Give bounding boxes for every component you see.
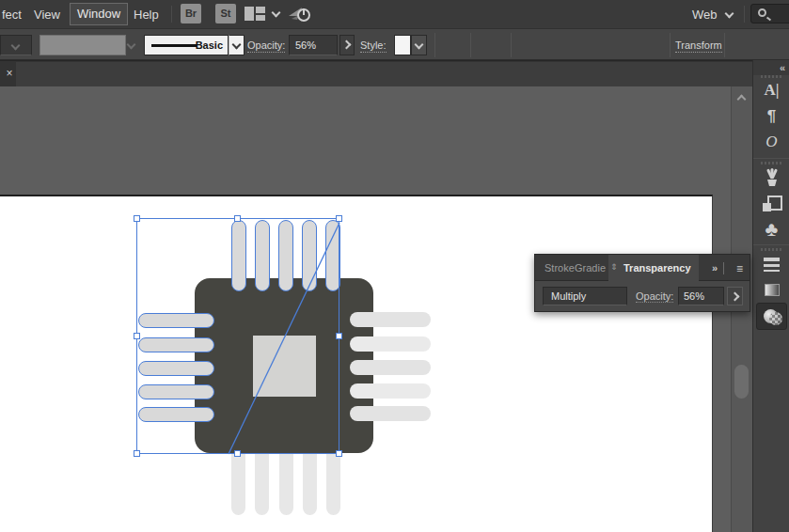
menu-item-view[interactable]: View: [34, 8, 60, 22]
menu-item-help[interactable]: Help: [134, 8, 159, 22]
opacity-link[interactable]: Opacity:: [247, 39, 285, 53]
selection-handle-e[interactable]: [336, 333, 342, 339]
brushes-panel-icon[interactable]: [757, 166, 786, 191]
chip-pin[interactable]: [350, 312, 431, 327]
workspace-chevron-icon[interactable]: [725, 9, 734, 19]
symbols-panel-icon[interactable]: ♣: [757, 218, 786, 243]
opentype-panel-icon[interactable]: O: [757, 133, 786, 157]
selection-handle-nw[interactable]: [134, 215, 140, 222]
gpu-performance-icon[interactable]: [287, 5, 313, 23]
stroke-style-select[interactable]: Basic: [144, 35, 229, 55]
selection-handle-s[interactable]: [234, 450, 241, 457]
menubar-separator: [744, 6, 745, 23]
arrange-documents-icon[interactable]: [245, 7, 267, 22]
gradient-panel-icon[interactable]: [757, 279, 786, 304]
chip-pin[interactable]: [350, 383, 431, 399]
search-field[interactable]: [750, 4, 789, 23]
stroke-preset-label: Basic: [196, 39, 223, 51]
chip-pin[interactable]: [350, 406, 431, 421]
stroke-style-chevron[interactable]: [229, 35, 245, 55]
paragraph-panel-icon[interactable]: ¶: [757, 107, 786, 132]
brush-definition-chevron-icon[interactable]: [127, 40, 136, 50]
pathfinder-panel-icon[interactable]: [757, 194, 786, 218]
workspace-switcher[interactable]: Web: [692, 8, 718, 22]
chip-pin[interactable]: [350, 336, 431, 352]
panel-opacity-link[interactable]: Opacity:: [636, 290, 673, 303]
tab-cycle-icon[interactable]: ⇕: [610, 262, 618, 272]
selection-handle-w[interactable]: [134, 333, 140, 339]
panel-opacity-stepper-button[interactable]: [727, 287, 743, 305]
variable-width-profile-select[interactable]: [0, 35, 32, 55]
transparency-panel-icon[interactable]: [756, 303, 787, 330]
panel-overflow-icon[interactable]: »: [712, 262, 718, 274]
transparency-panel: Stroke Gradie Transparency ⇕ » ≡ Multipl…: [534, 254, 750, 312]
panel-body: Multiply Opacity: 56%: [534, 281, 750, 312]
selection-handle-sw[interactable]: [134, 450, 140, 457]
menu-bar: fect View Window Help Br St Web: [0, 0, 789, 28]
style-link[interactable]: Style:: [360, 39, 387, 53]
menu-item-window[interactable]: Window: [70, 3, 128, 25]
document-tab-bar: ×: [0, 60, 752, 86]
chip-pin[interactable]: [350, 360, 431, 375]
graphic-style-chevron[interactable]: [411, 35, 427, 55]
selection-handle-ne[interactable]: [336, 215, 342, 222]
control-bar: Basic Opacity: 56% Style:: [0, 28, 789, 60]
document-tab[interactable]: [16, 62, 752, 87]
tab-gradient[interactable]: Gradie: [575, 262, 606, 274]
selection-handle-se[interactable]: [336, 450, 342, 457]
panel-dock: « A| ¶ O ♣: [752, 60, 789, 532]
close-document-icon[interactable]: ×: [4, 67, 15, 80]
brush-definition-swatch[interactable]: [39, 35, 126, 55]
search-icon: [758, 8, 766, 17]
character-panel-icon[interactable]: A|: [757, 81, 786, 105]
stroke-preview-line: [151, 44, 197, 47]
selection-bounding-box[interactable]: [136, 218, 339, 454]
menu-item-effect[interactable]: fect: [2, 8, 22, 22]
illustrator-window: fect View Window Help Br St Web: [0, 0, 789, 532]
opacity-stepper-button[interactable]: [339, 35, 355, 55]
blend-mode-select[interactable]: Multiply: [543, 287, 627, 305]
graphic-style-swatch[interactable]: [394, 35, 411, 55]
selection-handle-n[interactable]: [234, 215, 241, 222]
scrollbar-thumb[interactable]: [734, 365, 749, 399]
stroke-panel-icon[interactable]: [757, 254, 786, 278]
panel-menu-icon[interactable]: ≡: [736, 262, 742, 275]
stock-button[interactable]: St: [215, 4, 236, 23]
expand-panels-icon[interactable]: «: [753, 60, 789, 75]
menubar-separator: [171, 6, 172, 23]
transform-link[interactable]: Transform: [675, 39, 722, 53]
scroll-up-icon[interactable]: [737, 95, 747, 104]
tab-stroke[interactable]: Stroke: [544, 262, 575, 274]
panel-tab-bar: Stroke Gradie Transparency ⇕ » ≡: [534, 254, 750, 281]
panel-opacity-input[interactable]: 56%: [678, 287, 724, 305]
bridge-button[interactable]: Br: [181, 4, 201, 23]
opacity-input[interactable]: 56%: [289, 35, 338, 55]
arrange-documents-chevron-icon[interactable]: [272, 8, 281, 18]
tab-transparency[interactable]: Transparency: [608, 255, 699, 282]
